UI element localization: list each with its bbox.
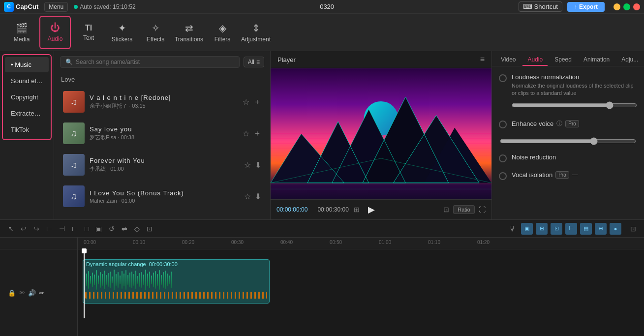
tool-media[interactable]: 🎬 Media [6,16,37,49]
sidebar-item-tiktok[interactable]: TikTok [5,122,49,137]
svg-rect-61 [161,275,162,285]
sidebar-item-sound-effects[interactable]: Sound effe... [5,73,49,89]
delete-button[interactable]: □ [83,224,91,234]
undo-button[interactable]: ↩ [19,224,29,234]
vocal-toggle[interactable] [499,172,507,180]
song-3-actions: ☆ ⬇ [244,160,261,170]
song-1-meta: 亲子小姐拜托了 · 03:15 [90,102,238,110]
track-edit-button[interactable]: ✏ [39,289,44,297]
tool-stickers[interactable]: ✦ Stickers [106,16,138,49]
noise-toggle[interactable] [499,154,507,162]
transform-button[interactable]: ⊡ [145,224,154,234]
tl-zoom-icon[interactable]: ⊕ [595,223,607,235]
song-1-add-button[interactable]: ＋ [253,97,261,107]
song-4-actions: ☆ ⬇ [244,192,261,201]
menu-button[interactable]: Menu [44,2,68,12]
frame-fit-button[interactable]: ⊡ [443,206,449,214]
fullscreen-button[interactable]: ⛶ [479,206,486,214]
timeline-right[interactable]: 00:00 00:10 00:20 00:30 00:40 00:50 01:0… [78,238,644,336]
redo-button[interactable]: ↪ [31,224,41,234]
music-item[interactable]: ♫ Forever with You 李承紘 · 01:00 ☆ ⬇ [57,150,267,180]
tl-add-caption-icon[interactable]: ▤ [580,223,592,235]
noise-reduction-option: Noise reduction [499,153,637,162]
video-clip[interactable]: Dynamic angular change 00:00:30:00 [83,259,270,304]
tl-add-audio-icon[interactable]: ⊞ [536,223,548,235]
search-input[interactable] [76,59,234,65]
player-menu-icon[interactable]: ≡ [480,55,485,64]
crop-button[interactable]: ▣ [93,224,104,234]
loop-button[interactable]: ↺ [107,224,117,234]
enhance-slider[interactable] [500,137,636,145]
music-item[interactable]: ♫ Say love you 罗艺歌Elsa · 00:38 ☆ ＋ [57,119,267,148]
grid-view-button[interactable]: ⊞ [354,206,360,214]
tl-add-video-icon[interactable]: ▣ [521,223,533,235]
svg-rect-56 [151,275,152,284]
sidebar-item-music[interactable]: • Music [5,57,49,72]
svg-rect-58 [155,271,156,289]
song-2-add-button[interactable]: ＋ [253,128,261,139]
audio-icon: ⏻ [50,22,60,33]
player-panel: Player ≡ [271,51,491,219]
tab-animation[interactable]: Animation [579,54,614,66]
player-title: Player [277,56,296,63]
tool-audio[interactable]: ⏻ Audio [39,16,71,49]
media-label: Media [14,36,30,43]
enhance-toggle[interactable] [499,121,507,128]
media-icon: 🎬 [16,22,28,34]
enhance-info-icon[interactable]: ⓘ [556,120,562,128]
loudness-slider[interactable] [512,101,637,109]
search-input-wrap: 🔍 [60,56,240,68]
music-item[interactable]: ♫ V a l e n t i n e [Redone] 亲子小姐拜托了 · 0… [57,87,267,117]
all-filter-button[interactable]: All ≡ [244,57,264,67]
split-button[interactable]: ⊢ [44,224,54,234]
mask-button[interactable]: ◇ [132,224,142,234]
song-2-favorite-button[interactable]: ☆ [243,128,249,139]
effects-label: Effects [147,36,164,43]
export-button[interactable]: ↑ Export [567,2,605,12]
tool-adjustment[interactable]: ⇕ Adjustment [240,16,272,49]
shortcut-button[interactable]: ⌨ Shortcut [519,1,562,12]
tab-audio[interactable]: Audio [522,54,548,66]
tool-filters[interactable]: ◈ Filters [207,16,238,49]
all-label: All [248,59,254,65]
split-left-button[interactable]: ⊣ [57,224,67,234]
music-item[interactable]: ♫ I Love You So (Bonus Track) Maher Zain… [57,182,267,211]
tool-transitions[interactable]: ⇄ Transitions [173,16,205,49]
flip-button[interactable]: ⇌ [120,224,129,234]
ratio-button[interactable]: Ratio [453,205,475,214]
tl-settings-button[interactable]: ⊡ [628,224,638,234]
tl-dot-icon[interactable]: ● [610,223,621,235]
tool-text[interactable]: TI Text [73,16,104,49]
maximize-button[interactable] [623,3,630,10]
vocal-info-icon[interactable]: — [572,171,578,178]
tab-speed[interactable]: Speed [550,54,577,66]
time-total: 00:00:30:00 [317,206,348,213]
tl-split-track-icon[interactable]: ⊢ [565,223,577,235]
tl-add-text-icon[interactable]: ⊡ [551,223,562,235]
sidebar-item-extracted[interactable]: Extracted a... [5,106,49,121]
close-button[interactable] [633,3,640,10]
track-visible-button[interactable]: 👁 [19,289,25,297]
mic-button[interactable]: 🎙 [507,224,518,234]
cursor-tool-button[interactable]: ↖ [6,224,16,234]
tool-effects[interactable]: ✧ Effects [140,16,171,49]
song-4-download-button[interactable]: ⬇ [255,192,261,201]
left-sidebar: • Music Sound effe... Copyright Extracte… [0,51,54,219]
minimize-button[interactable] [613,3,620,10]
loudness-slider-row [512,101,637,111]
track-lock-button[interactable]: 🔒 [8,289,16,297]
play-button[interactable]: ▶ [365,203,378,216]
time-current: 00:00:00:00 [276,206,307,213]
song-4-favorite-button[interactable]: ☆ [244,192,251,201]
split-right-button[interactable]: ⊢ [70,224,80,234]
song-3-favorite-button[interactable]: ☆ [244,160,251,170]
loudness-toggle[interactable] [499,74,507,82]
song-1-favorite-button[interactable]: ☆ [243,97,249,107]
loudness-desc: Normalize the original loudness of the s… [512,82,637,97]
sidebar-item-copyright[interactable]: Copyright [5,90,49,105]
tab-video[interactable]: Video [496,54,521,66]
track-audio-button[interactable]: 🔊 [28,289,36,297]
song-3-download-button[interactable]: ⬇ [255,160,261,170]
track-icons: 🔒 👁 🔊 ✏ [4,249,73,336]
tab-adjust[interactable]: Adju... [616,54,643,66]
